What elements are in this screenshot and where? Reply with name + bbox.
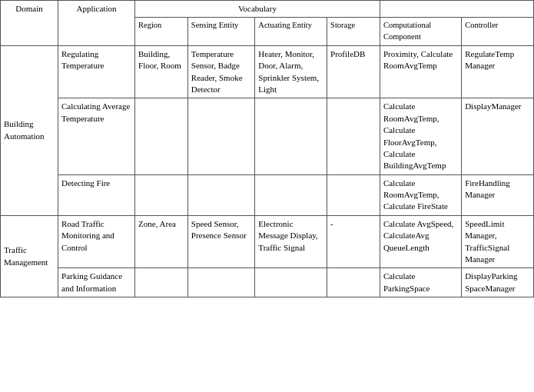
table-row: Parking Guidance and InformationCalculat… <box>1 268 534 297</box>
app-cell: Parking Guidance and Information <box>58 268 135 297</box>
comp-cell: Calculate RoomAvgTemp, Calculate FireSta… <box>380 174 461 215</box>
region-cell <box>135 174 188 215</box>
header-actuating: Actuating Entity <box>255 18 327 45</box>
actuating-cell <box>255 268 327 297</box>
app-cell: Calculating Average Temperature <box>58 98 135 174</box>
header-architecture <box>380 1 533 18</box>
app-cell: Regulating Temperature <box>58 45 135 98</box>
region-cell: Zone, Area <box>135 215 188 268</box>
header-top-row: Domain Application Vocabulary <box>1 1 534 18</box>
sensing-cell <box>187 98 255 174</box>
table-row: Detecting FireCalculate RoomAvgTemp, Cal… <box>1 174 534 215</box>
sensing-cell: Temperature Sensor, Badge Reader, Smoke … <box>187 45 255 98</box>
header-storage: Storage <box>327 18 380 45</box>
comp-cell: Calculate ParkingSpace <box>380 268 461 297</box>
storage-cell <box>327 174 380 215</box>
table-body: Building AutomationRegulating Temperatur… <box>1 45 534 297</box>
domain-cell: Building Automation <box>1 45 58 215</box>
controller-cell: RegulateTemp Manager <box>462 45 534 98</box>
sensing-cell: Speed Sensor, Presence Sensor <box>187 215 255 268</box>
controller-cell: SpeedLimit Manager, TrafficSignal Manage… <box>462 215 534 268</box>
comp-cell: Calculate AvgSpeed, CalculateAvg QueueLe… <box>380 215 461 268</box>
region-cell <box>135 98 188 174</box>
header-sensing: Sensing Entity <box>187 18 255 45</box>
region-cell: Building, Floor, Room <box>135 45 188 98</box>
domain-cell: Traffic Management <box>1 215 58 297</box>
storage-cell: ProfileDB <box>327 45 380 98</box>
header-domain: Domain <box>1 1 58 46</box>
table-row: Calculating Average TemperatureCalculate… <box>1 98 534 174</box>
app-cell: Detecting Fire <box>58 174 135 215</box>
controller-cell: DisplayParking SpaceManager <box>462 268 534 297</box>
comp-cell: Proximity, Calculate RoomAvgTemp <box>380 45 461 98</box>
actuating-cell: Heater, Monitor, Door, Alarm, Sprinkler … <box>255 45 327 98</box>
storage-cell <box>327 268 380 297</box>
region-cell <box>135 268 188 297</box>
header-region: Region <box>135 18 188 45</box>
controller-cell: DisplayManager <box>462 98 534 174</box>
header-comp: Computational Component <box>380 18 461 45</box>
table-row: Building AutomationRegulating Temperatur… <box>1 45 534 98</box>
storage-cell <box>327 98 380 174</box>
controller-cell: FireHandling Manager <box>462 174 534 215</box>
header-controller: Controller <box>462 18 534 45</box>
actuating-cell <box>255 174 327 215</box>
actuating-cell <box>255 98 327 174</box>
header-vocabulary: Vocabulary <box>135 1 380 18</box>
storage-cell: - <box>327 215 380 268</box>
sensing-cell <box>187 268 255 297</box>
comp-cell: Calculate RoomAvgTemp, Calculate FloorAv… <box>380 98 461 174</box>
sensing-cell <box>187 174 255 215</box>
header-application: Application <box>58 1 135 46</box>
table-row: Traffic ManagementRoad Traffic Monitorin… <box>1 215 534 268</box>
app-cell: Road Traffic Monitoring and Control <box>58 215 135 268</box>
actuating-cell: Electronic Message Display, Traffic Sign… <box>255 215 327 268</box>
